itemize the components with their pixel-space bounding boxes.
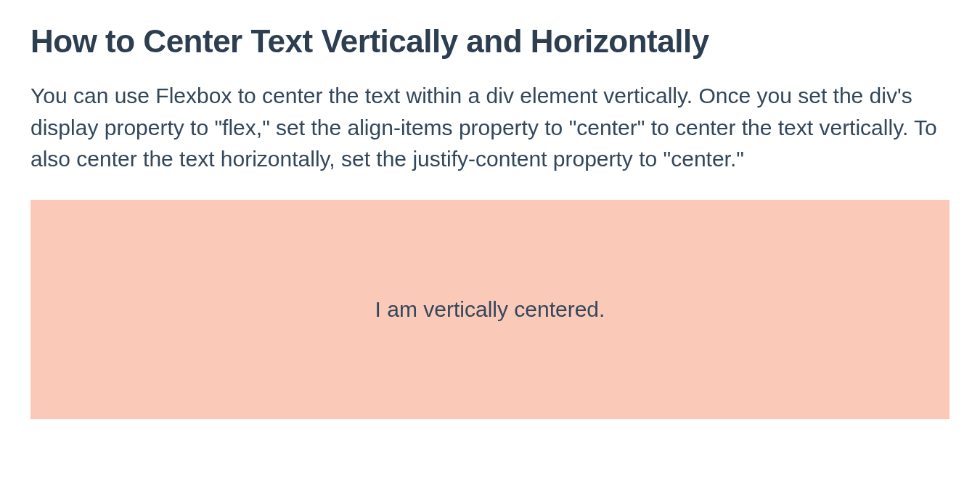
- centered-text-label: I am vertically centered.: [375, 297, 605, 322]
- description-paragraph: You can use Flexbox to center the text w…: [30, 80, 950, 175]
- page-title: How to Center Text Vertically and Horizo…: [30, 23, 950, 60]
- flexbox-demo-container: I am vertically centered.: [30, 200, 950, 419]
